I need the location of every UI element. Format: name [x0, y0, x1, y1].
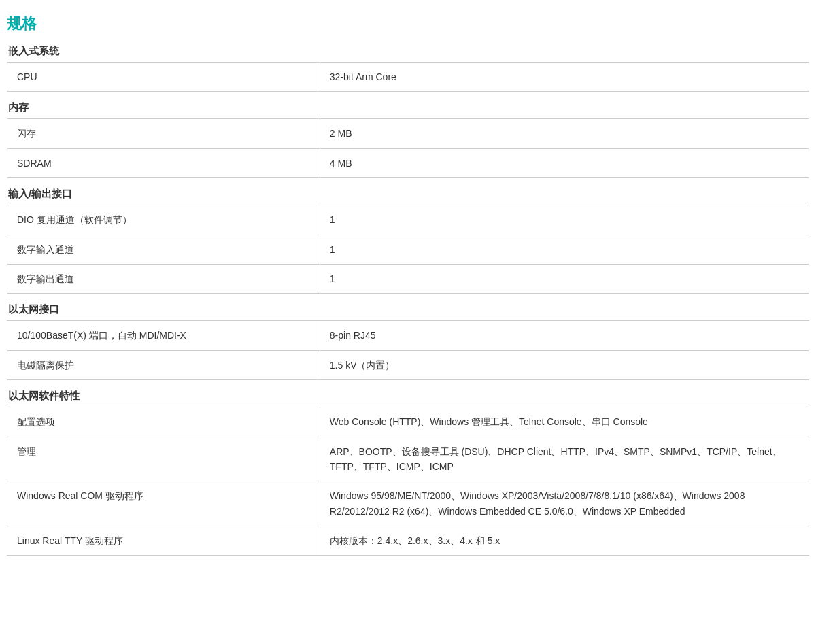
spec-table-io-ports: DIO 复用通道（软件调节）1数字输入通道1数字输出通道1 — [7, 205, 809, 294]
spec-table-ethernet-software: 配置选项Web Console (HTTP)、Windows 管理工具、Teln… — [7, 407, 809, 556]
spec-table-memory: 闪存2 MBSDRAM4 MB — [7, 118, 809, 178]
section-header-io-ports: 输入/输出接口 — [7, 188, 809, 201]
cell-value-io-ports-2: 1 — [320, 264, 809, 293]
table-row: 闪存2 MB — [7, 119, 809, 148]
table-row: 电磁隔离保护1.5 kV（内置） — [7, 350, 809, 379]
section-header-ethernet-interface: 以太网接口 — [7, 303, 809, 316]
cell-value-ethernet-interface-1: 1.5 kV（内置） — [320, 350, 809, 379]
cell-value-ethernet-interface-0: 8-pin RJ45 — [320, 321, 809, 350]
cell-label-ethernet-interface-1: 电磁隔离保护 — [7, 350, 320, 379]
table-row: CPU32-bit Arm Core — [7, 63, 809, 92]
cell-value-io-ports-0: 1 — [320, 205, 809, 235]
cell-value-embedded-system-0: 32-bit Arm Core — [320, 63, 809, 92]
cell-label-memory-0: 闪存 — [7, 119, 320, 148]
cell-value-memory-1: 4 MB — [320, 148, 809, 177]
section-header-memory: 内存 — [7, 101, 809, 114]
cell-label-io-ports-2: 数字输出通道 — [7, 264, 320, 293]
table-row: DIO 复用通道（软件调节）1 — [7, 205, 809, 235]
cell-value-ethernet-software-1: ARP、BOOTP、设备搜寻工具 (DSU)、DHCP Client、HTTP、… — [320, 437, 809, 481]
table-row: 管理ARP、BOOTP、设备搜寻工具 (DSU)、DHCP Client、HTT… — [7, 437, 809, 481]
cell-label-memory-1: SDRAM — [7, 148, 320, 177]
cell-label-ethernet-software-1: 管理 — [7, 437, 320, 481]
table-row: Windows Real COM 驱动程序Windows 95/98/ME/NT… — [7, 481, 809, 526]
cell-value-ethernet-software-3: 内核版本：2.4.x、2.6.x、3.x、4.x 和 5.x — [320, 526, 809, 556]
cell-value-io-ports-1: 1 — [320, 235, 809, 264]
page-title: 规格 — [7, 14, 809, 34]
cell-label-ethernet-software-0: 配置选项 — [7, 407, 320, 437]
cell-value-memory-0: 2 MB — [320, 119, 809, 148]
table-row: 数字输出通道1 — [7, 264, 809, 293]
section-header-embedded-system: 嵌入式系统 — [7, 45, 809, 58]
cell-label-io-ports-1: 数字输入通道 — [7, 235, 320, 264]
spec-table-ethernet-interface: 10/100BaseT(X) 端口，自动 MDI/MDI-X8-pin RJ45… — [7, 320, 809, 380]
cell-value-ethernet-software-2: Windows 95/98/ME/NT/2000、Windows XP/2003… — [320, 481, 809, 526]
table-row: 配置选项Web Console (HTTP)、Windows 管理工具、Teln… — [7, 407, 809, 437]
table-row: SDRAM4 MB — [7, 148, 809, 177]
cell-label-ethernet-software-2: Windows Real COM 驱动程序 — [7, 481, 320, 526]
table-row: Linux Real TTY 驱动程序内核版本：2.4.x、2.6.x、3.x、… — [7, 526, 809, 556]
table-row: 10/100BaseT(X) 端口，自动 MDI/MDI-X8-pin RJ45 — [7, 321, 809, 350]
cell-label-ethernet-software-3: Linux Real TTY 驱动程序 — [7, 526, 320, 556]
spec-table-embedded-system: CPU32-bit Arm Core — [7, 62, 809, 92]
section-header-ethernet-software: 以太网软件特性 — [7, 390, 809, 403]
cell-label-io-ports-0: DIO 复用通道（软件调节） — [7, 205, 320, 235]
cell-label-ethernet-interface-0: 10/100BaseT(X) 端口，自动 MDI/MDI-X — [7, 321, 320, 350]
spec-container: 嵌入式系统CPU32-bit Arm Core内存闪存2 MBSDRAM4 MB… — [7, 45, 809, 556]
cell-label-embedded-system-0: CPU — [7, 63, 320, 92]
cell-value-ethernet-software-0: Web Console (HTTP)、Windows 管理工具、Telnet C… — [320, 407, 809, 437]
table-row: 数字输入通道1 — [7, 235, 809, 264]
